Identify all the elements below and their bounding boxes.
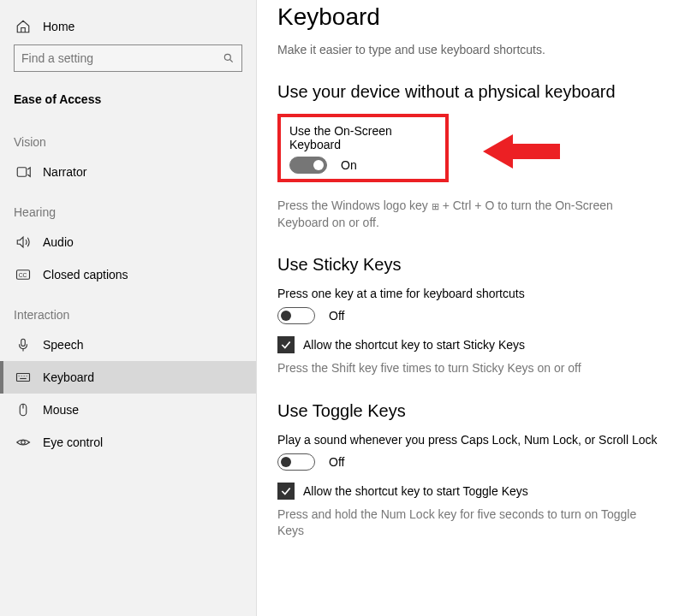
sidebar-item-mouse[interactable]: Mouse — [0, 394, 256, 426]
search-input[interactable] — [21, 51, 223, 65]
sidebar: Home Ease of Access Vision Narrator Hear… — [0, 0, 257, 616]
search-box[interactable] — [14, 44, 242, 72]
sidebar-item-label: Mouse — [43, 403, 79, 417]
osk-highlight-row: Use the On-Screen Keyboard On — [277, 114, 664, 191]
svg-rect-7 — [17, 374, 30, 382]
osk-hint: Press the Windows logo key ⊞ + Ctrl + O … — [277, 198, 646, 231]
sticky-label: Press one key at a time for keyboard sho… — [277, 287, 664, 300]
audio-icon — [15, 234, 31, 250]
sidebar-item-closed-captions[interactable]: CC Closed captions — [0, 258, 256, 291]
sidebar-item-audio[interactable]: Audio — [0, 226, 256, 258]
svg-rect-5 — [21, 339, 26, 346]
cc-icon: CC — [15, 267, 31, 282]
sticky-hint: Press the Shift key five times to turn S… — [277, 360, 646, 377]
search-icon — [223, 52, 235, 64]
sticky-shortcut-checkbox[interactable] — [277, 336, 295, 353]
home-label: Home — [43, 20, 74, 33]
page-title: Keyboard — [277, 3, 664, 31]
togglekeys-shortcut-checkbox[interactable] — [277, 483, 295, 500]
sidebar-item-speech[interactable]: Speech — [0, 329, 256, 361]
windows-key-icon: ⊞ — [432, 201, 439, 211]
sidebar-item-label: Eye control — [43, 435, 103, 449]
home-button[interactable]: Home — [0, 14, 256, 44]
home-icon — [15, 19, 31, 34]
speech-icon — [15, 337, 31, 352]
sidebar-item-narrator[interactable]: Narrator — [0, 156, 256, 188]
togglekeys-toggle[interactable] — [277, 453, 315, 471]
togglekeys-label: Play a sound whenever you press Caps Loc… — [277, 433, 664, 447]
narrator-icon — [15, 164, 31, 180]
sticky-toggle[interactable] — [277, 307, 315, 324]
sidebar-item-keyboard[interactable]: Keyboard — [0, 361, 256, 394]
togglekeys-hint: Press and hold the Num Lock key for five… — [277, 506, 646, 540]
section-title: Ease of Access — [0, 86, 256, 118]
group-label-vision: Vision — [0, 118, 256, 156]
mouse-icon — [15, 402, 31, 418]
togglekeys-toggle-state: Off — [329, 455, 344, 469]
togglekeys-heading: Use Toggle Keys — [277, 401, 664, 421]
eye-icon — [15, 435, 31, 450]
page-intro: Make it easier to type and use keyboard … — [277, 43, 664, 56]
osk-toggle[interactable] — [289, 157, 327, 174]
osk-toggle-state: On — [341, 158, 357, 172]
group-label-hearing: Hearing — [0, 188, 256, 226]
group-label-interaction: Interaction — [0, 291, 256, 329]
sidebar-item-eye-control[interactable]: Eye control — [0, 426, 256, 459]
annotation-arrow-icon — [483, 130, 560, 175]
svg-line-1 — [230, 60, 233, 62]
svg-marker-16 — [483, 134, 560, 169]
sidebar-item-label: Keyboard — [43, 370, 94, 384]
main-content: Keyboard Make it easier to type and use … — [257, 0, 685, 616]
sticky-toggle-state: Off — [329, 309, 344, 323]
osk-label: Use the On-Screen Keyboard — [289, 124, 437, 151]
osk-highlight-box: Use the On-Screen Keyboard On — [277, 114, 449, 182]
svg-rect-2 — [17, 168, 27, 177]
sticky-checkbox-label: Allow the shortcut key to start Sticky K… — [303, 338, 525, 352]
togglekeys-checkbox-label: Allow the shortcut key to start Toggle K… — [303, 484, 528, 498]
sidebar-item-label: Closed captions — [43, 268, 128, 281]
svg-point-0 — [224, 54, 230, 60]
sticky-heading: Use Sticky Keys — [277, 255, 664, 275]
sidebar-item-label: Speech — [43, 338, 83, 352]
osk-heading: Use your device without a physical keybo… — [277, 82, 664, 102]
svg-text:CC: CC — [19, 272, 27, 278]
sidebar-item-label: Audio — [43, 235, 74, 249]
keyboard-icon — [15, 370, 31, 385]
svg-point-15 — [21, 441, 26, 445]
sidebar-item-label: Narrator — [43, 165, 86, 179]
